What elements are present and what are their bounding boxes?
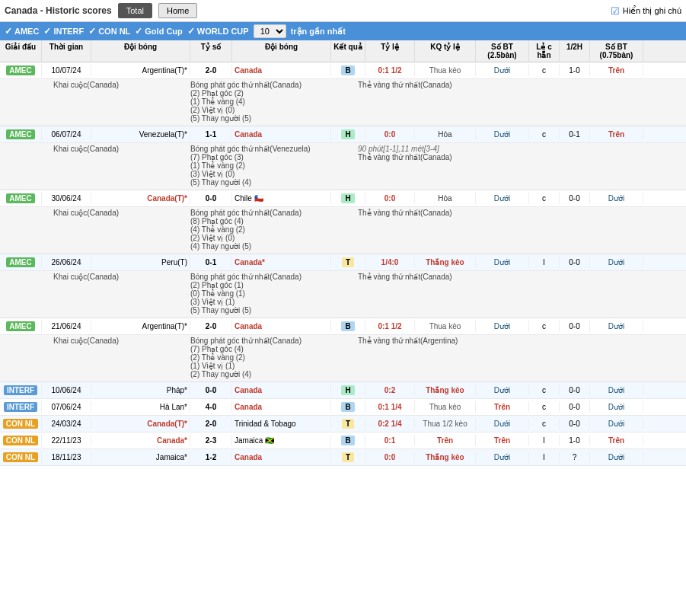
table-row[interactable]: INTERF 10/06/24 Pháp* 0-0 Canada H 0:2 T…	[0, 382, 686, 399]
result-badge: B	[341, 402, 354, 412]
result-badge: B	[341, 321, 354, 331]
hien-thi-container: ☑ Hiển thị ghi chú	[611, 5, 681, 17]
filter-worldcup: ✓ WORLD CUP	[187, 26, 249, 37]
checkbox-checked-icon[interactable]: ☑	[611, 5, 620, 17]
team2-cell: Trinidad & Tobago	[232, 418, 331, 429]
result-badge: T	[342, 257, 354, 267]
kqtyle-cell: Thua kèo	[415, 65, 476, 76]
tyle-cell: 0:1 1/2	[365, 321, 415, 332]
table-row[interactable]: INTERF 07/06/24 Hà Lan* 4-0 Canada B 0:1…	[0, 399, 686, 416]
goldcup-check-icon[interactable]: ✓	[135, 26, 142, 37]
tab-total[interactable]: Total	[118, 3, 152, 18]
competition-cell: INTERF	[0, 384, 42, 397]
detail-line: (5) Thay người (5)	[190, 306, 343, 314]
half-cell: 1-0	[560, 435, 590, 446]
result-cell: H	[331, 385, 365, 396]
sobt2-cell: Dưới	[590, 401, 643, 413]
amec-check-icon[interactable]: ✓	[5, 26, 12, 37]
detail-col3: Thẻ vàng thứ nhất(Canada)	[358, 153, 480, 161]
score-cell: 0-1	[190, 257, 232, 268]
col-thoigian: Thời gian	[42, 40, 91, 62]
date-cell: 18/11/23	[42, 452, 91, 463]
sobt2-cell: Dưới	[590, 257, 643, 268]
competition-badge: CON NL	[3, 436, 38, 445]
worldcup-label[interactable]: WORLD CUP	[197, 27, 249, 36]
detail-line: (1) Thẻ vàng (2)	[190, 161, 343, 170]
result-cell: B	[331, 65, 365, 76]
date-cell: 06/07/24	[42, 129, 91, 140]
sobt-cell: Trên	[476, 435, 529, 446]
col-ketqua: Kết quả	[331, 40, 365, 62]
table-row[interactable]: AMEC 30/06/24 Canada(T)* 0-0 Chile 🇨🇱 H …	[0, 190, 686, 207]
tyle-cell: 0:1 1/4	[365, 401, 415, 413]
score-cell: 2-3	[190, 435, 232, 446]
sobt-cell: Dưới	[476, 385, 529, 396]
result-badge: H	[341, 193, 354, 203]
filter-amec: ✓ AMEC	[5, 26, 39, 37]
detail-line: (4) Thay người (5)	[190, 242, 343, 251]
sobt2-cell: Dưới	[590, 452, 643, 463]
interf-label[interactable]: INTERF	[53, 27, 84, 36]
worldcup-check-icon[interactable]: ✓	[187, 26, 195, 37]
match-detail-row: Khai cuộc(Canada) Bóng phát góc thứ nhất…	[0, 207, 686, 254]
col-tyle: Tỷ lệ	[365, 40, 415, 62]
detail-col2: Bóng phát góc thứ nhất(Venezuela)	[190, 145, 343, 153]
sobt2-cell: Dưới	[590, 321, 643, 332]
table-row[interactable]: AMEC 26/06/24 Peru(T) 0-1 Canada* T 1/4:…	[0, 254, 686, 271]
connl-label[interactable]: CON NL	[98, 27, 130, 36]
table-row[interactable]: CON NL 24/03/24 Canada(T)* 2-0 Trinidad …	[0, 416, 686, 432]
extra-line: 90 phút[1-1],11 mét[3-4]	[358, 145, 480, 153]
sobt-cell: Dưới	[476, 193, 529, 204]
page-title: Canada - Historic scores	[5, 5, 112, 16]
tyle-cell: 0:1	[365, 435, 415, 446]
team2-cell: Canada	[232, 321, 331, 332]
col-tyso: Tỷ số	[190, 40, 232, 62]
table-row[interactable]: AMEC 10/07/24 Argentina(T)* 2-0 Canada B…	[0, 62, 686, 79]
sobt-cell: Dưới	[476, 418, 529, 429]
score-cell: 1-1	[190, 129, 232, 140]
team2-cell: Canada	[232, 401, 331, 413]
detail-line: (5) Thay người (4)	[190, 178, 343, 187]
detail-col1: Khai cuộc(Canada)	[53, 273, 175, 281]
kqtyle-cell: Thắng kèo	[415, 385, 476, 396]
kqtyle-cell: Thắng kèo	[415, 257, 476, 268]
sobt2-cell: Dưới	[590, 193, 643, 204]
table-row[interactable]: CON NL 18/11/23 Jamaica* 1-2 Canada T 0:…	[0, 449, 686, 466]
result-badge: T	[342, 452, 354, 462]
connl-check-icon[interactable]: ✓	[88, 26, 96, 37]
tyle-cell: 0:0	[365, 452, 415, 463]
team2-cell: Chile 🇨🇱	[232, 193, 331, 204]
detail-section2: Bóng phát góc thứ nhất(Canada) (2) Phạt …	[190, 273, 343, 314]
filter-interf: ✓ INTERF	[43, 26, 84, 37]
team1-cell: Jamaica*	[91, 452, 190, 463]
count-select[interactable]: 10 20 30	[254, 24, 286, 38]
detail-line: (8) Phạt góc (4)	[190, 217, 343, 225]
sobt-cell: Dưới	[476, 257, 529, 268]
kqtyle-cell: Hòa	[415, 129, 476, 140]
date-cell: 30/06/24	[42, 193, 91, 204]
table-row[interactable]: CON NL 22/11/23 Canada* 2-3 Jamaica 🇯🇲 B…	[0, 432, 686, 449]
lec-cell: I	[529, 435, 560, 446]
match-detail-row: Khai cuộc(Canada) Bóng phát góc thứ nhất…	[0, 143, 686, 190]
table-row[interactable]: AMEC 21/06/24 Argentina(T)* 2-0 Canada B…	[0, 318, 686, 335]
detail-section2: Bóng phát góc thứ nhất(Canada) (7) Phạt …	[190, 337, 343, 378]
competition-cell: CON NL	[0, 417, 42, 430]
amec-label[interactable]: AMEC	[14, 27, 39, 36]
tab-home[interactable]: Home	[158, 3, 197, 18]
date-cell: 24/03/24	[42, 418, 91, 429]
detail-col1: Khai cuộc(Canada)	[53, 337, 175, 345]
detail-line: (7) Phạt góc (4)	[190, 345, 343, 353]
detail-col1: Khai cuộc(Canada)	[53, 209, 175, 217]
detail-section3: Thẻ vàng thứ nhất(Canada)	[358, 209, 480, 251]
half-cell: 1-0	[560, 65, 590, 76]
detail-section: Khai cuộc(Canada)	[53, 145, 175, 187]
goldcup-label[interactable]: Gold Cup	[145, 27, 183, 36]
competition-cell: AMEC	[0, 256, 42, 269]
table-row[interactable]: AMEC 06/07/24 Venezuela(T)* 1-1 Canada H…	[0, 126, 686, 143]
col-sobt1: Số BT (2.5bàn)	[476, 40, 529, 62]
interf-check-icon[interactable]: ✓	[43, 26, 51, 37]
detail-col2: Bóng phát góc thứ nhất(Canada)	[190, 81, 343, 89]
col-lec: Lẻ c hẵn	[529, 40, 560, 62]
detail-line: (1) Việt vị (1)	[190, 362, 343, 370]
team1-cell: Canada(T)*	[91, 418, 190, 429]
